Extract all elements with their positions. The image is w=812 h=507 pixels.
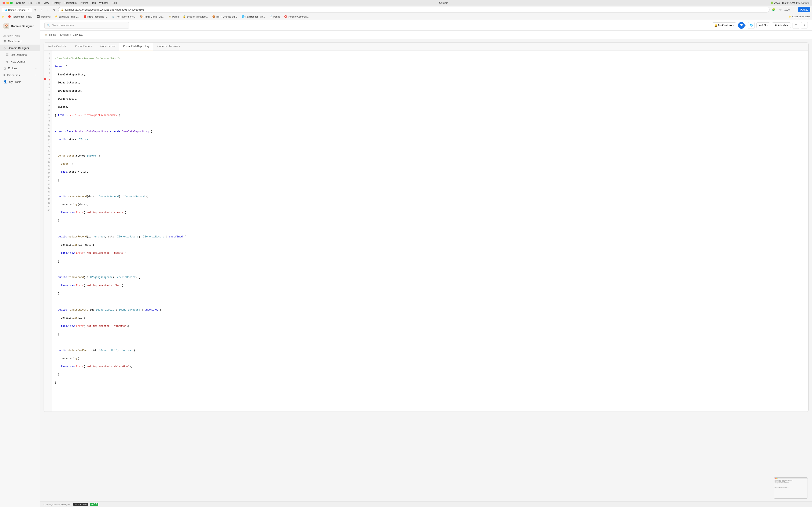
sidebar-item-my-profile[interactable]: 👤 My Profile <box>0 78 40 85</box>
menu-edit[interactable]: Edit <box>36 1 40 4</box>
code-line-25: throw new Error('Not implemented - updat… <box>55 251 806 255</box>
notifications-button[interactable]: 🔔 Notifications ▾ <box>712 22 736 28</box>
line-num-37: 37 <box>44 186 52 190</box>
breadcrumb-home[interactable]: Home <box>49 34 56 36</box>
menu-help[interactable]: Help <box>112 1 117 4</box>
code-editor[interactable]: /* eslint-disable class-methods-use-this… <box>52 51 808 411</box>
breadcrumb-separator: › <box>70 34 71 36</box>
chevron-down-icon[interactable]: ▾ <box>745 24 746 26</box>
code-line-28: public findRecord(): IPagingResponse<IGe… <box>55 276 806 279</box>
bookmark-shadcn[interactable]: 🔲 shadcn/ui <box>35 14 52 18</box>
line-num-42: 42 <box>44 205 52 209</box>
code-line-3: BaseDataRepository, <box>55 73 806 77</box>
menu-history[interactable]: History <box>53 1 60 4</box>
bookmark-http-cookies[interactable]: 🍪 HTTP Cookies exp... <box>211 14 239 18</box>
chevron-down-icon: ▾ <box>733 24 734 26</box>
sidebar-item-entities[interactable]: ◻ Entities + <box>0 65 40 72</box>
bookmark-microfrontends[interactable]: 🔴 Micro Frontends -... <box>82 14 109 18</box>
breadcrumb: 🏠 Home › Entities › Etity IDE <box>40 31 812 39</box>
bookmark-pimcore[interactable]: ⭕ Pimcore Communi... <box>283 14 311 18</box>
code-line-6: IGenericUUID, <box>55 97 806 101</box>
line-num-22: 22 <box>44 130 52 134</box>
minimize-button[interactable] <box>6 2 9 4</box>
update-button[interactable]: Update <box>798 7 810 12</box>
bookmark-pages[interactable]: 📄 Pages <box>268 14 282 18</box>
editor-panel: ProductController ProductService Product… <box>44 43 809 412</box>
menu-window[interactable]: Window <box>99 1 108 4</box>
reload-button[interactable]: ↺ <box>52 7 57 12</box>
maximize-button[interactable] <box>10 2 13 4</box>
tab-product-controller[interactable]: ProductController <box>44 43 71 50</box>
search-bar[interactable]: 🔍 Search everywhere <box>44 22 129 29</box>
code-line-42 <box>55 389 806 393</box>
new-tab-button[interactable]: + <box>33 7 38 12</box>
tab-product-model[interactable]: ProductModel <box>96 43 119 50</box>
bookmark-habilitar[interactable]: 🌐 Habilitar.net | Min... <box>240 14 267 18</box>
window-controls[interactable] <box>3 2 13 4</box>
menu-chrome[interactable]: Chrome <box>16 1 25 4</box>
bookmark-icon: 🔴 <box>84 15 87 18</box>
language-selector[interactable]: en-US ▾ <box>756 22 770 28</box>
logo-icon: 🏠 <box>3 23 9 29</box>
other-bookmarks[interactable]: 📁 Other Bookmarks <box>789 15 810 18</box>
header-right: 🔔 Notifications ▾ JE ▾ 🌐 en-US ▾ ⊞ Add d… <box>712 22 808 29</box>
tab-product-use-cases[interactable]: Product - Use cases <box>153 43 184 50</box>
code-line-40: } <box>55 373 806 377</box>
bookmark-payrix[interactable]: 💳 Payrix <box>167 14 181 18</box>
back-button[interactable]: ‹ <box>39 7 44 12</box>
bookmark-patterns[interactable]: 🔴 Patterns for React... <box>6 14 34 18</box>
close-button[interactable] <box>3 2 5 4</box>
sidebar-item-new-domain[interactable]: ⊕ New Domain <box>0 58 40 65</box>
code-line-29: throw new Error('Not implemented - find'… <box>55 284 806 288</box>
line-num-36: 36 <box>44 183 52 186</box>
menu-profiles[interactable]: Profiles <box>80 1 88 4</box>
menu-tab[interactable]: Tab <box>92 1 96 4</box>
tab-product-data-repository[interactable]: ProductDataRepository <box>119 43 153 50</box>
sidebar-item-label: My Profile <box>9 80 21 83</box>
zoom-button[interactable]: 100% <box>784 7 790 13</box>
breadcrumb-entities[interactable]: Entities <box>60 34 68 36</box>
bookmark-figma[interactable]: 🎨 Figma Guide | Die... <box>138 14 166 18</box>
bookmark-supabase[interactable]: ⚡ Supabase | The O... <box>53 14 81 18</box>
forward-button[interactable]: › <box>45 7 51 12</box>
code-container[interactable]: 1 2 3 4 5 6 7 ✕ 8 9 10 11 <box>44 51 808 411</box>
sidebar-item-dashboard[interactable]: ⊞ Dashboard <box>0 38 40 45</box>
avatar-group[interactable]: JE ▾ <box>738 22 746 29</box>
line-numbers: 1 2 3 4 5 6 7 ✕ 8 9 10 11 <box>44 51 52 411</box>
menu-view[interactable]: View <box>44 1 49 4</box>
address-bar[interactable]: 🔒 localhost:5173/entities/coder/b1bc02a6… <box>58 7 769 12</box>
tab-product-service[interactable]: ProductService <box>71 43 96 50</box>
titlebar-title: Chrome <box>119 1 769 4</box>
code-line-5: IPagingResponse, <box>55 89 806 93</box>
plus-icon[interactable]: + <box>35 74 37 76</box>
line-num-16: 16 <box>44 108 52 112</box>
code-line-15: this.store = store; <box>55 170 806 174</box>
menu-file[interactable]: File <box>29 1 33 4</box>
line-num-17: 17 <box>44 112 52 116</box>
bookmark-session[interactable]: 🔒 Session Managem... <box>181 14 210 18</box>
avatar[interactable]: JE <box>738 22 745 29</box>
code-line-4: IGenericRecord, <box>55 81 806 85</box>
sidebar-item-properties[interactable]: ≡ Properties + <box>0 72 40 78</box>
code-line-41: } <box>55 381 806 385</box>
help-button[interactable]: ? <box>793 22 799 29</box>
line-num-12: 12 <box>44 94 52 97</box>
bookmark-button[interactable]: ☆ <box>777 7 783 13</box>
search-placeholder: Search everywhere <box>52 24 74 27</box>
code-line-12 <box>55 146 806 150</box>
sidebar-item-domain-designer[interactable]: ◇ Domain Designer − <box>0 45 40 51</box>
translate-button[interactable]: 🌐 <box>748 22 755 29</box>
bookmark-tractor[interactable]: 🛒 The Tractor Store... <box>110 14 137 18</box>
sidebar-item-list-domains[interactable]: ☰ List Domains <box>0 51 40 58</box>
more-button[interactable]: ⋮ <box>791 7 797 13</box>
mini-preview-content: export class ProductsDataRepository { pu… <box>774 477 808 498</box>
menu-bookmarks[interactable]: Bookmarks <box>64 1 77 4</box>
plus-icon[interactable]: + <box>35 67 37 69</box>
code-line-36 <box>55 340 806 344</box>
active-tab[interactable]: 🌐 Domain Designer ✕ <box>2 8 32 12</box>
settings-button[interactable]: ↗ <box>801 22 808 29</box>
extensions-button[interactable]: 🧩 <box>771 7 777 13</box>
line-num-4: 4 <box>44 64 52 68</box>
bookmark-label: The Tractor Store... <box>115 15 136 18</box>
add-data-button[interactable]: ⊞ Add data <box>772 22 791 28</box>
